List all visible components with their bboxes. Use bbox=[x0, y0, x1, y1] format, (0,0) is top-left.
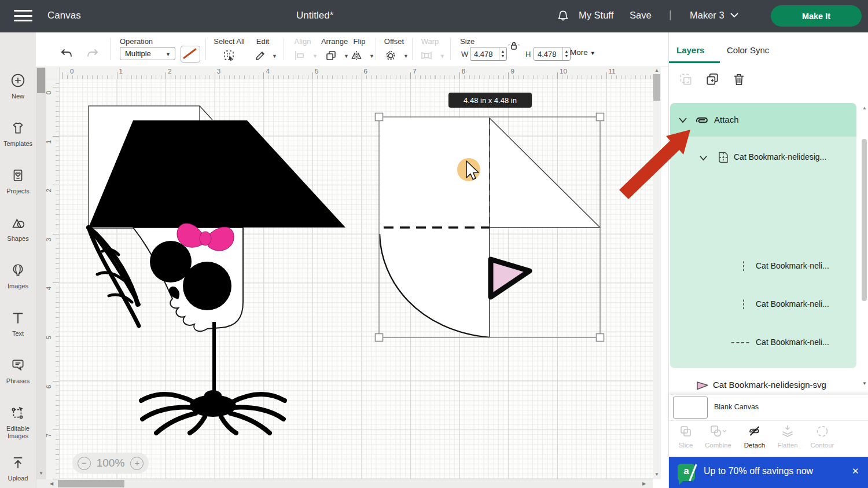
undo-button[interactable] bbox=[60, 47, 73, 63]
ruler-top: 01234567891011 bbox=[60, 67, 653, 79]
layer-group-row[interactable]: Cat Bookmark-nelidesig... bbox=[670, 145, 856, 170]
detach-button[interactable]: Detach bbox=[738, 424, 771, 449]
layer-row[interactable]: Cat Bookmark-neli... bbox=[670, 254, 856, 279]
promo-banner[interactable]: a Up to 70% off savings now ✕ bbox=[669, 457, 868, 488]
canvas-color-swatch[interactable] bbox=[673, 397, 708, 419]
scroll-left-arrow-icon[interactable]: ◀ bbox=[50, 481, 53, 486]
duplicate-button[interactable] bbox=[705, 72, 720, 89]
sidebar-item-phrases[interactable]: Phrases bbox=[0, 358, 36, 386]
contour-button[interactable]: Contour bbox=[806, 424, 839, 449]
sidebar-item-label: Phrases bbox=[2, 377, 34, 385]
layer-row[interactable]: Cat Bookmark-neli... bbox=[670, 292, 856, 317]
flip-button[interactable] bbox=[350, 49, 363, 65]
tab-layers[interactable]: Layers bbox=[676, 45, 704, 55]
chevron-down-icon bbox=[730, 13, 738, 18]
attach-group-row[interactable]: Attach bbox=[670, 103, 856, 137]
document-title[interactable]: Untitled* bbox=[296, 10, 333, 21]
height-stepper[interactable]: ▲▼ bbox=[562, 47, 570, 60]
sidebar-item-label: Text bbox=[2, 330, 34, 337]
scrollbar-thumb[interactable] bbox=[37, 68, 45, 93]
scroll-down-arrow-icon[interactable]: ▼ bbox=[862, 381, 867, 386]
canvas-page-label: Canvas bbox=[47, 10, 81, 21]
design-canvas-grid[interactable] bbox=[60, 79, 653, 479]
banner-close-icon[interactable]: ✕ bbox=[852, 466, 859, 476]
flatten-button[interactable]: Flatten bbox=[771, 424, 804, 449]
promo-text: Up to 70% off savings now bbox=[704, 466, 813, 476]
more-button[interactable]: More▼ bbox=[570, 48, 595, 57]
attach-label: Attach bbox=[714, 115, 739, 124]
offset-button[interactable] bbox=[384, 49, 398, 65]
layer-group-label: Cat Bookmark-nelidesig... bbox=[734, 152, 826, 162]
hamburger-menu-icon[interactable] bbox=[14, 10, 32, 23]
warp-button[interactable] bbox=[420, 49, 433, 65]
canvas-horizontal-scrollbar[interactable]: ◀ ▶ bbox=[36, 479, 653, 488]
app-window: Canvas Untitled* My Stuff Save | Maker 3… bbox=[0, 0, 868, 488]
sidebar-item-upload[interactable]: Upload bbox=[0, 455, 36, 483]
sidebar-item-label: Upload bbox=[2, 475, 34, 482]
select-layers-button[interactable] bbox=[678, 72, 693, 89]
sidebar-item-new[interactable]: New bbox=[0, 73, 36, 101]
scroll-down-arrow-icon[interactable]: ▼ bbox=[39, 471, 43, 476]
select-all-button[interactable] bbox=[222, 49, 236, 65]
operation-select[interactable]: Multiple▼ bbox=[120, 47, 175, 60]
layer-label: Cat Bookmark-neli... bbox=[756, 299, 829, 309]
layer-row-svg[interactable]: Cat Bookmark-nelidesign-svg bbox=[670, 375, 856, 395]
canvas-left-scrollbar[interactable]: ▼ bbox=[36, 67, 46, 479]
scroll-right-arrow-icon[interactable]: ▶ bbox=[642, 481, 646, 486]
toolbar-divider bbox=[284, 38, 284, 60]
chevron-down-icon[interactable] bbox=[699, 153, 708, 164]
slice-button[interactable]: Slice bbox=[669, 424, 703, 449]
canvas-area: ▼ 01234567891011 012345678 bbox=[36, 32, 668, 488]
sidebar-item-label: Templates bbox=[2, 140, 34, 148]
zoom-in-button[interactable]: + bbox=[130, 457, 144, 470]
combine-button[interactable]: Combine bbox=[701, 424, 735, 449]
sidebar-item-editable-images[interactable]: Editable Images bbox=[0, 405, 36, 441]
canvas-right-scrollbar[interactable]: ▲ ▼ bbox=[653, 67, 661, 479]
toolbar-divider bbox=[205, 38, 206, 60]
shapes-icon bbox=[10, 215, 25, 230]
top-bar: Canvas Untitled* My Stuff Save | Maker 3… bbox=[0, 0, 868, 32]
delete-button[interactable] bbox=[731, 72, 746, 89]
sidebar-item-text[interactable]: Text bbox=[0, 310, 36, 338]
scroll-up-arrow-icon[interactable]: ▲ bbox=[862, 105, 867, 111]
edit-button[interactable] bbox=[253, 49, 267, 65]
align-button[interactable] bbox=[293, 49, 307, 65]
save-link[interactable]: Save bbox=[630, 10, 652, 21]
make-it-button[interactable]: Make It bbox=[771, 5, 862, 27]
blank-canvas-row: Blank Canvas bbox=[669, 395, 868, 420]
sidebar-item-templates[interactable]: Templates bbox=[0, 120, 36, 148]
score-vertical-icon bbox=[737, 298, 751, 314]
redo-button[interactable] bbox=[86, 47, 100, 63]
width-label: W bbox=[461, 50, 468, 58]
layers-scrollbar-thumb[interactable] bbox=[862, 139, 867, 301]
arrange-button[interactable] bbox=[324, 49, 338, 65]
scrollbar-thumb[interactable] bbox=[58, 480, 124, 487]
sidebar-item-shapes[interactable]: Shapes bbox=[0, 215, 36, 243]
flip-label: Flip bbox=[354, 37, 366, 46]
machine-selector[interactable]: Maker 3 bbox=[690, 10, 738, 21]
width-input[interactable] bbox=[470, 47, 499, 60]
layer-label: Cat Bookmark-neli... bbox=[756, 261, 829, 270]
sidebar-item-projects[interactable]: Projects bbox=[0, 168, 36, 196]
tab-color-sync[interactable]: Color Sync bbox=[727, 45, 769, 55]
ruler-left: 012345678 bbox=[46, 79, 60, 479]
scroll-down-arrow-icon[interactable]: ▼ bbox=[654, 472, 659, 477]
lock-ratio-button[interactable] bbox=[507, 39, 520, 54]
scrollbar-thumb[interactable] bbox=[653, 74, 660, 101]
operation-color-swatch[interactable] bbox=[181, 46, 200, 63]
height-input[interactable] bbox=[534, 47, 562, 60]
edit-label: Edit bbox=[256, 37, 269, 46]
notifications-bell-icon[interactable] bbox=[556, 9, 571, 24]
editable-nodes-icon bbox=[10, 405, 25, 420]
chevron-down-icon[interactable] bbox=[678, 116, 687, 126]
attach-icon bbox=[694, 113, 709, 130]
width-stepper[interactable]: ▲▼ bbox=[499, 47, 506, 60]
layer-row[interactable]: Cat Bookmark-neli... bbox=[670, 330, 856, 355]
sidebar-item-images[interactable]: Images bbox=[0, 263, 36, 291]
scroll-up-arrow-icon[interactable]: ▲ bbox=[654, 68, 659, 73]
zoom-out-button[interactable]: − bbox=[78, 457, 91, 470]
my-stuff-link[interactable]: My Stuff bbox=[579, 10, 613, 21]
speech-bubble-icon bbox=[10, 358, 25, 373]
sidebar-item-label: Images bbox=[2, 282, 34, 290]
attach-group-container: Attach Cat Bookmark-nelidesig... Cat Boo… bbox=[670, 103, 856, 368]
